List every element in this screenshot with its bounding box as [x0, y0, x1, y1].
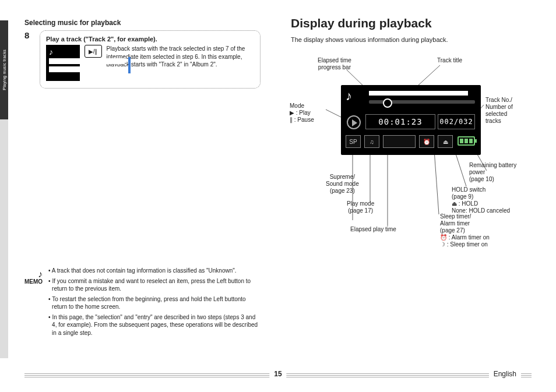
- memo-icon: ♪ MEMO: [24, 267, 43, 339]
- memo-block: ♪ MEMO A track that does not contain tag…: [24, 267, 261, 339]
- elapsed-panel-icon: [383, 135, 416, 148]
- label-track-title: Track title: [437, 57, 462, 64]
- svg-line-8: [455, 150, 466, 186]
- hold-icon: ⏏: [438, 135, 453, 148]
- label-track-no: Track No./Number ofselected tracks: [485, 97, 522, 125]
- step-number: 8: [24, 30, 34, 89]
- battery-icon: [458, 136, 475, 146]
- display-diagram: Elapsed timeprogress bar Track title Mod…: [288, 57, 522, 238]
- label-elapsed-bar: Elapsed timeprogress bar: [318, 57, 351, 71]
- label-sleep: Sleep timer/Alarm timer(page 27) ⏰ : Ala…: [440, 213, 490, 248]
- section-tab: Playing music tracks: [0, 20, 8, 119]
- footer: 15 English: [0, 368, 556, 382]
- language-label: English: [489, 370, 521, 378]
- note-icon: ♪: [49, 47, 53, 56]
- step-box: Play a track ("Track 2", for example). ♪…: [40, 30, 261, 89]
- step-title: Play a track ("Track 2", for example).: [46, 36, 254, 43]
- mini-display: ♪: [46, 45, 80, 81]
- label-mode: Mode ▶ : Play ∥ : Pause: [290, 103, 314, 123]
- device-screen: ♪ 00:01:23 002/032 SP ♫ ⏰ ⏏: [341, 85, 481, 155]
- memo-item: A track that does not contain tag inform…: [48, 267, 261, 275]
- play-mode-icon: ♫: [364, 135, 379, 148]
- left-heading: Selecting music for playback: [24, 19, 261, 27]
- memo-item: In this page, the "selection" and "entry…: [48, 313, 261, 337]
- title-bar: [369, 91, 468, 96]
- right-column: Display during playback The display show…: [278, 0, 556, 363]
- page-number: 15: [269, 370, 286, 378]
- memo-item: To restart the selection from the beginn…: [48, 295, 261, 311]
- sleep-timer-icon: ⏰: [419, 135, 434, 148]
- label-battery: Remaining batterypower(page 10): [469, 162, 516, 183]
- progress-bar: [369, 100, 475, 104]
- step-8: 8 Play a track ("Track 2", for example).…: [24, 30, 261, 89]
- note-icon: ♪: [346, 89, 352, 104]
- page-spread: Selecting music for playback 8 Play a tr…: [0, 0, 556, 363]
- elapsed-time: 00:01:23: [365, 114, 435, 129]
- mode-icon: [347, 115, 361, 129]
- label-elapsed-play: Elapsed play time: [350, 226, 396, 233]
- label-play-mode: Play mode(page 17): [347, 200, 374, 214]
- play-pause-button: ▶/∥: [85, 45, 102, 58]
- track-counter: 002/032: [438, 114, 475, 129]
- memo-list: A track that does not contain tag inform…: [48, 267, 261, 339]
- label-hold: HOLD switch(page 9) ⏏ : HOLD None: HOLD …: [452, 186, 510, 214]
- label-supreme: Supreme/Sound mode(page 23): [326, 174, 359, 195]
- page-title: Display during playback: [291, 16, 532, 30]
- left-column: Selecting music for playback 8 Play a tr…: [0, 0, 278, 363]
- sound-mode-icon: SP: [346, 135, 361, 148]
- intro-text: The display shows various information du…: [291, 36, 532, 43]
- memo-item: If you commit a mistake and want to rese…: [48, 277, 261, 293]
- svg-line-9: [434, 150, 439, 214]
